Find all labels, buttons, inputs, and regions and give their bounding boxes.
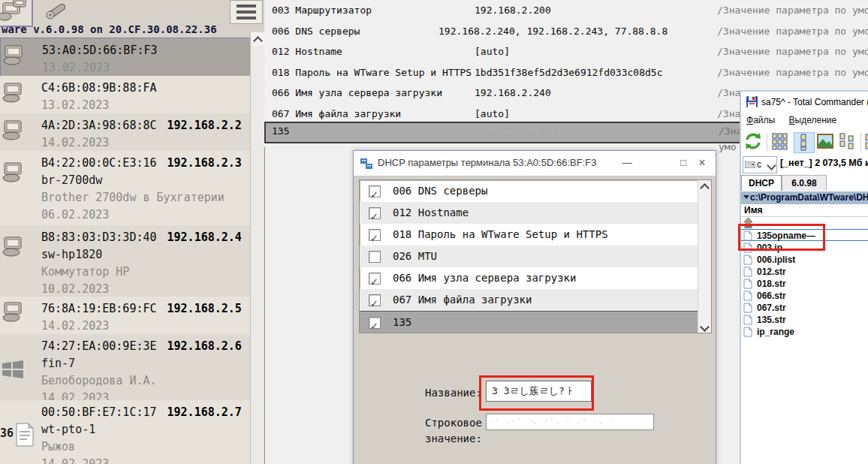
list-item-file[interactable]: 135.str [741, 314, 868, 326]
option-checkbox[interactable] [369, 273, 381, 285]
terminal-list-item[interactable]: B8:83:03:D3:3D:40192.168.2.4 sw-hp1820 К… [0, 225, 250, 297]
table-row[interactable]: 006 DNS серверы 192.168.2.240, 192.168.2… [264, 23, 868, 40]
picture-icon [816, 132, 834, 150]
terminal-hostname: sw-hp1820 [41, 246, 250, 264]
option-label: 006 DNS серверы [393, 180, 487, 202]
table-row[interactable]: 012 Hostname [auto] /Значение параметра … [264, 44, 868, 60]
drive-selector[interactable]: c [743, 156, 777, 173]
file-icon [743, 315, 753, 325]
option-row[interactable]: 067 Имя файла загрузки [360, 289, 698, 311]
option-ghost-value: ⠐⠂⠁ ⠄⠂ ⠁⠄ ⠂⠐ [476, 123, 566, 139]
terminal-icon [2, 301, 27, 324]
terminal-date: 14.02.2023 [41, 134, 250, 151]
terminal-hostname: wt-pto-1 [41, 421, 250, 438]
config-file-icon [15, 423, 41, 445]
terminal-hostname: br-2700dw [41, 172, 250, 189]
option-row[interactable]: 066 Имя узла сервера загрузки [360, 267, 698, 289]
chevron-up-icon [700, 183, 710, 193]
option-label: 018 Пароль на WTware Setup и HTTPS [393, 224, 608, 246]
brief-view-button[interactable] [771, 132, 791, 152]
table-row[interactable]: 018 Пароль на WTware Setup и HTTPS 1bd35… [264, 65, 868, 81]
option-checkbox[interactable] [369, 317, 381, 329]
terminal-ip: 192.168.2.4 [167, 230, 242, 244]
option-value: [auto] [475, 106, 510, 122]
tc-titlebar[interactable]: sa75^ - Total Commander ( [741, 92, 868, 112]
string-value-input[interactable]: ⠂⠁ ⠄⠂⠁ ⠐⠄ ⠂⠁⠄ ⠂ ⠄⠁ ⠂⠄ ⠁ [486, 414, 654, 430]
tc-path-bar[interactable]: c:\ProgramData\WTware\DH [741, 191, 868, 204]
option-checkbox[interactable] [369, 229, 381, 241]
option-row[interactable]: 006 DNS серверы [360, 180, 698, 202]
brief-view-icon [771, 132, 789, 150]
list-item-file[interactable]: 018.str [741, 278, 868, 290]
option-name: 012 Hostname [272, 44, 342, 60]
terminal-sidebar: ware v.6.0.98 on 20.CF.30.08.22.36 53:A0… [0, 0, 265, 464]
terminal-list-item[interactable]: 53:A0:5D:66:BF:F3 13.02.2023 [0, 38, 252, 77]
option-checkbox[interactable] [369, 185, 381, 197]
refresh-button[interactable] [744, 132, 764, 152]
menu-files[interactable]: Файлы [741, 112, 780, 125]
option-row[interactable]: 012 Hostname [360, 202, 698, 224]
full-view-button[interactable] [794, 132, 815, 153]
tc-drive-bar: c [_нет_] 2 073,5 Мб и [741, 155, 868, 174]
terminal-list-item[interactable]: 00:50:BF:E7:1C:17192.168.2.7 wt-pto-1 Ры… [0, 400, 250, 464]
terminal-mac: C4:6B:08:9B:88:FA [41, 81, 157, 95]
table-row[interactable]: 003 Маршрутизатор 192.168.2.200 /Значени… [264, 2, 868, 19]
column-header-name[interactable]: Имя [741, 204, 868, 217]
option-checkbox[interactable] [369, 251, 381, 263]
terminal-list-item[interactable]: 76:8A:19:EB:69:FC192.168.2.5 14.02.2023 [0, 297, 250, 334]
option-value: 192.168.2.240 [475, 85, 551, 101]
annotation-rect-file [738, 224, 825, 251]
list-item-file[interactable]: 012.str [741, 266, 868, 278]
maximize-button[interactable]: □ [675, 155, 692, 170]
close-button[interactable]: × [694, 155, 710, 170]
terminal-description: Белобородова И.А. [41, 372, 250, 390]
list-item-file[interactable]: ip_range [741, 326, 868, 338]
tc-toolbar [741, 129, 868, 155]
chevron-down-icon [767, 161, 776, 170]
list-item-file[interactable]: 066.str [741, 290, 868, 302]
sidebar-scrollbar[interactable] [250, 32, 264, 464]
dialog-title: DHCP параметры терминала 53:A0:5D:66:BF:… [378, 157, 596, 168]
terminal-list-item[interactable]: 74:27:EA:00:9E:3E192.168.2.6 fin-7 Белоб… [0, 334, 250, 400]
menu-selection[interactable]: Выделение [784, 112, 842, 125]
scroll-up-button[interactable] [699, 180, 710, 192]
tree-view-button[interactable] [838, 132, 857, 152]
option-name: 135 [272, 123, 289, 139]
minimize-button[interactable]: — [619, 155, 635, 170]
file-icon [743, 303, 753, 313]
list-item-file[interactable]: 067.str [741, 302, 868, 314]
terminal-ip: 192.168.2.6 [167, 339, 242, 353]
terminal-description: Коммутатор HP [41, 264, 250, 281]
hamburger-menu-button[interactable] [230, 0, 263, 24]
dhcp-dialog-icon [360, 157, 373, 170]
full-view-icon [794, 133, 812, 151]
scroll-down-button[interactable] [699, 321, 710, 333]
file-icon [743, 327, 753, 337]
drive-icon [745, 161, 755, 168]
terminal-date: 14.02.2023 [41, 456, 250, 464]
list-item-file[interactable]: 006.iplist [741, 254, 868, 266]
chevron-up-icon [253, 36, 263, 46]
option-row[interactable]: 018 Пароль на WTware Setup и HTTPS [360, 224, 698, 246]
terminal-list-item[interactable]: B4:22:00:0C:E3:16192.168.2.3 br-2700dw B… [0, 151, 250, 225]
thumbnails-view-button[interactable] [816, 132, 836, 152]
scroll-up-button[interactable] [251, 32, 264, 46]
key-icon [42, 0, 72, 23]
terminal-list-item[interactable]: C4:6B:08:9B:88:FA 13.02.2023 [0, 76, 250, 113]
tab-6098[interactable]: 6.0.98 [782, 175, 827, 191]
tc-window-title: sa75^ - Total Commander ( [761, 97, 868, 107]
dialog-list-scrollbar[interactable] [698, 180, 711, 333]
clipped-toolbar-button[interactable] [864, 132, 868, 152]
edit-config-button[interactable] [42, 0, 72, 24]
terminal-mac: 76:8A:19:EB:69:FC [41, 302, 157, 315]
terminal-date: 14.02.2023 [41, 390, 250, 400]
dialog-titlebar[interactable]: DHCP параметры терминала 53:A0:5D:66:BF:… [354, 151, 716, 176]
option-checkbox[interactable] [369, 294, 381, 306]
drive-space-info: [_нет_] 2 073,5 Мб и [780, 158, 868, 168]
option-row-selected[interactable]: 135 [360, 311, 698, 333]
option-name: 018 Пароль на WTware Setup и HTTPS [272, 65, 472, 81]
option-row[interactable]: 026 MTU [360, 246, 698, 267]
tab-dhcp[interactable]: DHCP [741, 175, 782, 191]
terminal-list-item[interactable]: 4A:2D:3A:98:68:8C192.168.2.2 14.02.2023 [0, 113, 250, 151]
option-checkbox[interactable] [369, 207, 381, 219]
